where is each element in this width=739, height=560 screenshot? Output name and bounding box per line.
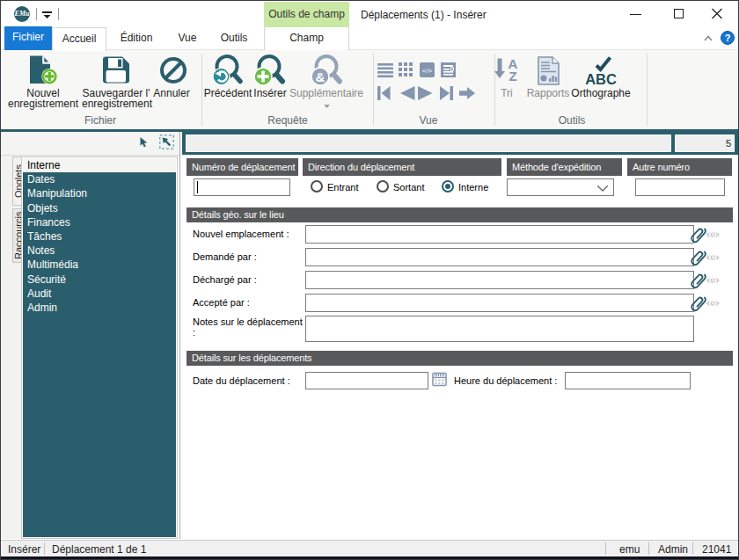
svg-text:</>: </> [422, 67, 433, 75]
svg-text:Z: Z [509, 69, 516, 84]
svg-text:ABC: ABC [585, 71, 617, 87]
svg-text:&: & [316, 69, 326, 84]
